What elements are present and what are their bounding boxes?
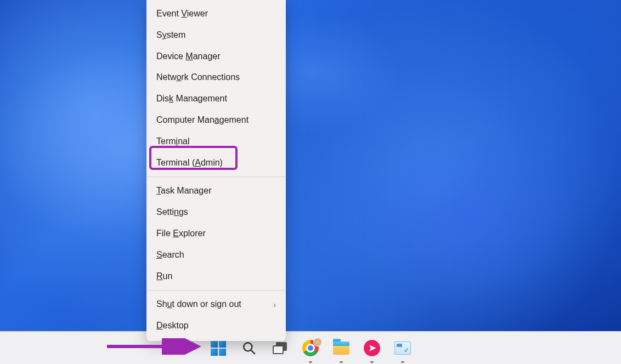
menu-item-network-connections[interactable]: Network Connections [146,67,286,88]
menu-item-disk-management[interactable]: Disk Management [146,88,286,110]
menu-item-desktop[interactable]: Desktop [146,315,286,337]
menu-item-run[interactable]: Run [146,266,286,287]
menu-item-task-manager[interactable]: Task Manager [146,180,286,202]
task-view-icon [273,342,287,354]
chrome-icon [302,340,319,356]
menu-item-terminal-admin[interactable]: Terminal (Admin) [146,152,286,174]
menu-item-shutdown[interactable]: Shut down or sign out › [146,294,286,315]
control-panel-app[interactable] [392,338,413,359]
winx-power-menu: Event Viewer System Device Manager Netwo… [146,0,286,341]
screen-recorder-app[interactable]: ➤ [362,338,382,359]
menu-item-file-explorer[interactable]: File Explorer [146,223,286,244]
menu-item-system[interactable]: System [146,25,286,46]
svg-line-2 [251,350,255,354]
search-icon [242,341,256,355]
file-explorer-app[interactable] [331,338,352,359]
menu-group-power: Shut down or sign out › Desktop [146,291,286,340]
taskbar: ➤ [0,331,621,364]
menu-item-settings[interactable]: Settings [146,202,286,223]
chrome-app[interactable] [300,338,321,359]
windows-logo-icon [211,340,226,356]
menu-item-device-manager[interactable]: Device Manager [146,46,286,67]
svg-point-1 [244,343,252,351]
folder-icon [333,342,349,355]
control-panel-icon [394,342,411,355]
menu-group-tools: Event Viewer System Device Manager Netwo… [146,0,286,177]
menu-item-computer-management[interactable]: Computer Management [146,110,286,131]
chevron-right-icon: › [273,300,276,310]
menu-item-terminal[interactable]: Terminal [146,131,286,152]
desktop-wallpaper [0,0,621,364]
recorder-icon: ➤ [364,340,380,356]
menu-group-system: Task Manager Settings File Explorer Sear… [146,177,286,290]
profile-avatar-badge [313,338,322,346]
menu-item-event-viewer[interactable]: Event Viewer [146,3,286,25]
menu-item-search[interactable]: Search [146,244,286,266]
